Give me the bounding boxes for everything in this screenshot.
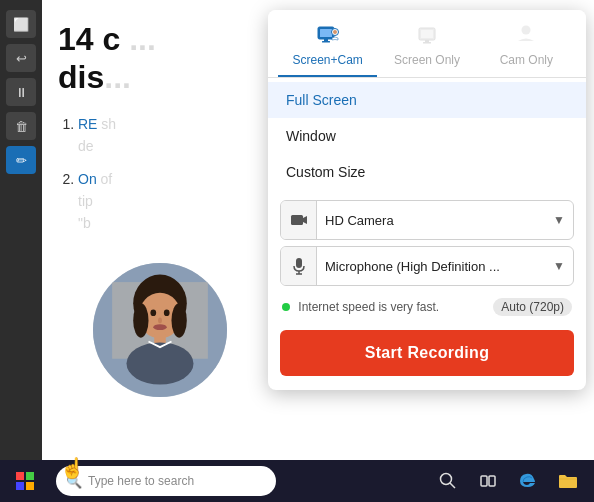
sidebar: ⬜ ↩ ⏸ 🗑 ✏	[0, 0, 42, 460]
svg-marker-24	[303, 216, 307, 224]
camera-dropdown-row[interactable]: HD Camera ▼	[280, 200, 574, 240]
svg-rect-21	[423, 42, 431, 44]
undo-btn[interactable]: ↩	[6, 44, 36, 72]
svg-rect-20	[425, 40, 429, 42]
stop-btn[interactable]: ⬜	[6, 10, 36, 38]
svg-rect-28	[16, 472, 24, 480]
list-link-2[interactable]: On	[78, 171, 97, 187]
taskbar-folder-icon[interactable]	[550, 460, 586, 502]
search-placeholder: Type here to search	[88, 474, 194, 488]
svg-rect-13	[320, 29, 332, 37]
option-window[interactable]: Window	[268, 118, 586, 154]
taskbar-icons	[430, 460, 594, 502]
start-button[interactable]	[0, 460, 50, 502]
svg-point-17	[333, 30, 337, 34]
mic-icon	[281, 247, 317, 285]
svg-rect-15	[322, 41, 330, 43]
cam-only-icon	[515, 22, 537, 49]
svg-rect-19	[421, 30, 433, 38]
svg-rect-23	[291, 215, 303, 225]
taskbar: 🔍 Type here to search	[0, 460, 594, 502]
list-link-1[interactable]: RE	[78, 116, 97, 132]
taskbar-search-icon[interactable]	[430, 460, 466, 502]
option-fullscreen[interactable]: Full Screen	[268, 82, 586, 118]
delete-btn[interactable]: 🗑	[6, 112, 36, 140]
svg-line-33	[450, 483, 455, 488]
svg-point-5	[171, 303, 186, 337]
svg-rect-34	[481, 476, 487, 486]
pause-btn[interactable]: ⏸	[6, 78, 36, 106]
tab-screen-cam-label: Screen+Cam	[292, 53, 362, 67]
tab-screen-only-label: Screen Only	[394, 53, 460, 67]
tab-screen-cam[interactable]: Screen+Cam	[278, 26, 377, 77]
svg-point-9	[153, 324, 166, 330]
svg-point-8	[158, 318, 162, 324]
tab-cam-only-label: Cam Only	[500, 53, 553, 67]
svg-point-32	[441, 474, 452, 485]
camera-icon	[281, 201, 317, 239]
svg-point-6	[150, 309, 156, 316]
option-custom-size[interactable]: Custom Size	[268, 154, 586, 190]
svg-point-22	[522, 26, 531, 35]
svg-rect-14	[324, 39, 328, 41]
taskbar-edge-icon[interactable]	[510, 460, 546, 502]
taskbar-task-view-icon[interactable]	[470, 460, 506, 502]
svg-point-4	[133, 303, 148, 337]
svg-rect-29	[26, 472, 34, 480]
svg-rect-30	[16, 482, 24, 490]
svg-rect-25	[296, 258, 302, 268]
status-bar: Internet speed is very fast. Auto (720p)	[268, 292, 586, 322]
svg-rect-35	[489, 476, 495, 486]
svg-point-11	[127, 342, 194, 384]
mic-dropdown-arrow: ▼	[545, 259, 573, 273]
camera-select[interactable]: HD Camera	[317, 201, 545, 239]
options-list: Full Screen Window Custom Size	[268, 78, 586, 194]
search-icon: 🔍	[66, 474, 82, 489]
tab-cam-only[interactable]: Cam Only	[477, 22, 576, 77]
avatar	[90, 260, 230, 400]
screen-only-icon	[416, 26, 438, 49]
svg-rect-31	[26, 482, 34, 490]
tabs-row: Screen+Cam Screen Only Cam Only	[268, 10, 586, 77]
screen-cam-icon	[317, 26, 339, 49]
start-recording-button[interactable]: Start Recording	[280, 330, 574, 376]
status-text: Internet speed is very fast.	[298, 300, 439, 314]
status-left: Internet speed is very fast.	[282, 300, 439, 314]
mic-select[interactable]: Microphone (High Definition ...	[317, 247, 545, 285]
tab-screen-only[interactable]: Screen Only	[377, 26, 476, 77]
camera-dropdown-arrow: ▼	[545, 213, 573, 227]
taskbar-search-bar[interactable]: 🔍 Type here to search	[56, 466, 276, 496]
status-dot	[282, 303, 290, 311]
mic-dropdown-row[interactable]: Microphone (High Definition ... ▼	[280, 246, 574, 286]
svg-point-7	[164, 309, 170, 316]
quality-badge[interactable]: Auto (720p)	[493, 298, 572, 316]
pen-btn[interactable]: ✏	[6, 146, 36, 174]
recording-popup: Screen+Cam Screen Only Cam Only	[268, 10, 586, 390]
